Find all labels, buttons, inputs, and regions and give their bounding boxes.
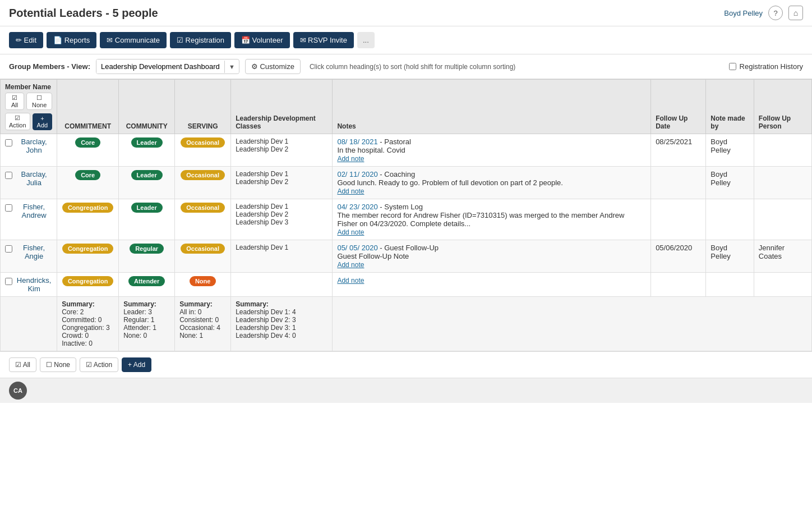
follow-up-person-header[interactable]: Follow Up Person	[754, 80, 811, 134]
serving-cell: Occasional	[175, 199, 231, 240]
commitment-cell: Congregation	[57, 273, 119, 297]
add-button-bottom[interactable]: + Add	[122, 357, 151, 372]
ld-classes-header[interactable]: Leadership Development Classes	[231, 80, 333, 134]
notes-cell: 02/ 11/ 2020 - CoachingGood lunch. Ready…	[333, 167, 651, 199]
commitment-badge: Congregation	[62, 244, 114, 254]
registration-button[interactable]: ☑ Registration	[170, 32, 231, 48]
summary-row: Summary: Core: 2 Committed: 0 Congregati…	[1, 297, 812, 351]
all-button-bottom[interactable]: ☑ All	[9, 357, 36, 372]
add-note-link[interactable]: Add note	[337, 228, 364, 236]
view-select-wrap[interactable]: Leadership Development Dashboard ▼	[96, 59, 239, 74]
row-checkbox[interactable]	[5, 172, 12, 179]
member-name-link[interactable]: Fisher, Angie	[16, 244, 52, 260]
note-by-cell	[706, 199, 754, 240]
bottom-bar: ☑ All ☐ None ☑ Action + Add	[0, 351, 812, 378]
serving-badge: Occasional	[181, 137, 225, 148]
action-button-top[interactable]: ☑ Action	[5, 113, 30, 130]
add-note-link[interactable]: Add note	[337, 277, 364, 285]
commitment-cell: Core	[57, 167, 119, 199]
serving-cell: Occasional	[175, 240, 231, 273]
add-note-link[interactable]: Add note	[337, 187, 364, 195]
commitment-cell: Congregation	[57, 199, 119, 240]
row-checkbox[interactable]	[5, 204, 12, 212]
members-table: Member Name ☑ All ☐ None ☑ Action + Add …	[0, 79, 812, 351]
classes-cell: Leadership Dev 1Leadership Dev 2Leadersh…	[231, 199, 333, 240]
member-name-link[interactable]: Hendricks, Kim	[16, 276, 52, 293]
none-button-bottom[interactable]: ☐ None	[40, 357, 76, 372]
registration-history-checkbox[interactable]	[729, 63, 736, 70]
follow-up-person-cell	[754, 167, 811, 199]
follow-up-person-cell	[754, 273, 811, 297]
serving-badge: None	[190, 276, 216, 286]
follow-up-date-cell	[651, 273, 706, 297]
community-badge: Leader	[131, 137, 163, 148]
row-checkbox-cell: Barclay, Julia	[1, 167, 57, 199]
classes-cell: Leadership Dev 1Leadership Dev 2	[231, 167, 333, 199]
member-name-link[interactable]: Fisher, Andrew	[16, 203, 52, 219]
top-bar: Potential Leaders - 5 people Boyd Pelley…	[0, 0, 812, 26]
community-badge: Regular	[130, 244, 164, 254]
commitment-cell: Congregation	[57, 240, 119, 273]
note-made-by-header[interactable]: Note made by	[706, 80, 754, 134]
row-checkbox[interactable]	[5, 278, 12, 285]
note-by-cell: Boyd Pelley	[706, 240, 754, 273]
notes-cell: 08/ 18/ 2021 - PastoralIn the hospital. …	[333, 134, 651, 167]
member-name-link[interactable]: Barclay, John	[16, 137, 52, 154]
serving-cell: Occasional	[175, 167, 231, 199]
volunteer-button[interactable]: 📅 Volunteer	[234, 32, 290, 48]
table-wrap: Member Name ☑ All ☐ None ☑ Action + Add …	[0, 79, 812, 351]
add-note-link[interactable]: Add note	[337, 155, 364, 163]
community-cell: Regular	[119, 240, 175, 273]
action-button-bottom[interactable]: ☑ Action	[80, 357, 118, 372]
rsvp-button[interactable]: ✉ RSVP Invite	[293, 32, 354, 48]
notes-cell: Add note	[333, 273, 651, 297]
community-badge: Attender	[128, 276, 165, 286]
community-badge: Leader	[131, 170, 163, 180]
summary-classes: Summary: Leadership Dev 1: 4 Leadership …	[231, 297, 333, 351]
row-checkbox-cell: Fisher, Angie	[1, 240, 57, 273]
sort-hint: Click column heading(s) to sort (hold sh…	[310, 63, 515, 71]
serving-badge: Occasional	[181, 170, 225, 180]
edit-button[interactable]: ✏ Edit	[9, 32, 43, 48]
home-icon[interactable]: ⌂	[788, 6, 803, 20]
commitment-badge: Core	[75, 137, 100, 148]
notes-header[interactable]: Notes	[333, 80, 651, 134]
serving-badge: Occasional	[181, 244, 225, 254]
summary-empty	[1, 297, 57, 351]
summary-serving: Summary: All in: 0 Consistent: 0 Occasio…	[175, 297, 231, 351]
classes-cell	[231, 273, 333, 297]
note-by-cell: Boyd Pelley	[706, 134, 754, 167]
commitment-badge: Congregation	[62, 203, 114, 213]
note-by-cell	[706, 273, 754, 297]
commitment-cell: Core	[57, 134, 119, 167]
view-select[interactable]: Leadership Development Dashboard	[96, 59, 224, 74]
row-checkbox-cell: Fisher, Andrew	[1, 199, 57, 240]
all-button-top[interactable]: ☑ All	[5, 93, 24, 110]
communicate-button[interactable]: ✉ Communicate	[100, 32, 167, 48]
row-checkbox[interactable]	[5, 245, 12, 253]
community-header[interactable]: COMMUNITY	[119, 80, 175, 134]
follow-up-person-cell	[754, 134, 811, 167]
serving-header[interactable]: SERVING	[175, 80, 231, 134]
commitment-header[interactable]: COMMITMENT	[57, 80, 119, 134]
row-checkbox[interactable]	[5, 139, 12, 146]
more-button[interactable]: ...	[357, 32, 375, 48]
none-button-top[interactable]: ☐ None	[26, 93, 52, 110]
add-note-link[interactable]: Add note	[337, 261, 364, 269]
member-name-header: Member Name	[5, 83, 51, 91]
summary-community: Summary: Leader: 3 Regular: 1 Attender: …	[119, 297, 175, 351]
footer-initials: CA	[13, 387, 22, 394]
follow-up-date-header[interactable]: Follow Up Date	[651, 80, 706, 134]
help-icon[interactable]: ?	[768, 6, 783, 20]
customize-button[interactable]: ⚙ Customize	[245, 59, 301, 74]
classes-cell: Leadership Dev 1Leadership Dev 2	[231, 134, 333, 167]
serving-cell: Occasional	[175, 134, 231, 167]
page-title: Potential Leaders - 5 people	[9, 7, 158, 20]
reports-button[interactable]: 📄 Reports	[47, 32, 96, 48]
member-name-link[interactable]: Barclay, Julia	[16, 170, 52, 187]
add-button-top[interactable]: + Add	[33, 113, 53, 130]
community-cell: Leader	[119, 134, 175, 167]
current-user: Boyd Pelley	[724, 9, 763, 17]
registration-history-wrap: Registration History	[729, 62, 803, 71]
row-checkbox-cell: Hendricks, Kim	[1, 273, 57, 297]
